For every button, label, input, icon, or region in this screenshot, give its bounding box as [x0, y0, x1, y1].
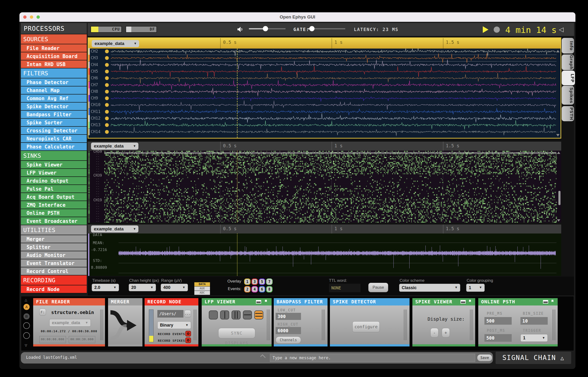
- sidebar-item-crossing-detector[interactable]: Crossing Detector: [21, 127, 87, 135]
- overlay-event-button-2[interactable]: 2: [244, 286, 250, 293]
- sidebar-item-event-translator[interactable]: Event Translator: [21, 259, 87, 267]
- scroll-up-icon[interactable]: [556, 50, 560, 52]
- sidebar-item-file-reader[interactable]: File Reader: [21, 44, 87, 52]
- file-select-button[interactable]: F:: [39, 308, 46, 316]
- configure-button[interactable]: configure: [352, 321, 380, 332]
- layout-3col-button[interactable]: [232, 310, 241, 319]
- viewport-tab-spikes[interactable]: Spikes: [562, 86, 574, 105]
- trigger-dropdown[interactable]: 1 ▼: [520, 334, 548, 342]
- sidebar-item-record-control[interactable]: Record Control: [21, 267, 87, 275]
- sidebar-item-spike-detector[interactable]: Spike Detector: [21, 103, 87, 111]
- processor-title[interactable]: MERGER: [108, 298, 142, 306]
- channel-enable-button[interactable]: [105, 90, 109, 94]
- channel-enable-button[interactable]: [105, 96, 109, 100]
- overlay-event-button-4[interactable]: 4: [251, 286, 258, 293]
- viewport-tab-lfp[interactable]: LFP: [562, 71, 575, 85]
- low-cut-field[interactable]: 300: [276, 313, 301, 320]
- signal-chain-toggle[interactable]: SIGNAL CHAIN △: [496, 352, 571, 364]
- sidebar-item-phase-calculator[interactable]: Phase Calculator: [21, 143, 87, 151]
- volume-slider-thumb[interactable]: [263, 26, 268, 31]
- signal-chain-b-button[interactable]: B: [24, 313, 30, 319]
- sidebar-item-bandpass-filter[interactable]: Bandpass Filter: [21, 111, 87, 119]
- record-button[interactable]: [494, 26, 500, 33]
- record-spikes-toggle[interactable]: [185, 337, 191, 343]
- channel-enable-button[interactable]: [105, 63, 109, 67]
- stream-selector[interactable]: example_data ▼: [92, 40, 139, 47]
- lfp-display-1[interactable]: example_data ▼ 0.5 s1 s1.5 s CH59CH39CH1…: [88, 141, 561, 223]
- processor-online-psth[interactable]: ONLINE PSTH PRE_MS 500 BIN_SIZE 10 POST_…: [478, 298, 558, 346]
- sidebar-item-audio-monitor[interactable]: Audio Monitor: [21, 251, 87, 259]
- processor-spike-detector[interactable]: SPIKE DETECTOR configure: [330, 298, 410, 346]
- sidebar-item-spike-viewer[interactable]: Spike Viewer: [21, 161, 87, 169]
- timebase-dropdown[interactable]: 2.0 ▼: [92, 284, 119, 291]
- sidebar-item-intan-rhd-usb[interactable]: Intan RHD USB: [21, 60, 87, 69]
- viewport-tab-info[interactable]: Info: [562, 38, 574, 54]
- channel-enable-button[interactable]: [105, 49, 109, 53]
- signal-chain-empty-slot[interactable]: [23, 332, 30, 339]
- high-cut-field[interactable]: 6000: [276, 327, 301, 334]
- processor-title[interactable]: BANDPASS FILTER: [274, 298, 328, 306]
- sidebar-item-phase-detector[interactable]: Phase Detector: [21, 78, 87, 86]
- record-path-field[interactable]: /Users/: [157, 310, 184, 318]
- overlay-event-button-5[interactable]: 5: [259, 279, 265, 285]
- sidebar-item-lfp-viewer[interactable]: LFP Viewer: [21, 169, 87, 177]
- open-window-icon[interactable]: [461, 300, 466, 304]
- channel-enable-button[interactable]: [105, 110, 109, 114]
- browse-path-button[interactable]: ...: [184, 310, 191, 318]
- sidebar-item-merger[interactable]: Merger: [21, 235, 87, 243]
- lfp-display-0[interactable]: example_data ▼ 0.5 s1 s1.5 s CH2CH3CH4CH…: [88, 37, 561, 139]
- sidebar-item-channel-map[interactable]: Channel Map: [21, 86, 87, 94]
- sidebar-item-zmq-interface[interactable]: ZMQ Interface: [21, 201, 87, 209]
- processor-bandpass-filter[interactable]: BANDPASS FILTER LOW_CUT 300 HIGH_CUT 600…: [274, 298, 328, 346]
- drag-handle[interactable]: [267, 309, 270, 340]
- lfp-display-1-body[interactable]: CH59CH39CH19----------------------------…: [88, 151, 561, 223]
- sidebar-item-event-broadcaster[interactable]: Event Broadcaster: [21, 217, 87, 225]
- channels-button[interactable]: Channels: [276, 337, 301, 344]
- post-ms-field[interactable]: 500: [484, 334, 512, 342]
- layout-2row-button[interactable]: [243, 310, 252, 319]
- drag-handle[interactable]: [100, 309, 103, 340]
- pre-ms-field[interactable]: 500: [484, 317, 512, 325]
- chan-height-dropdown[interactable]: 20 ▼: [129, 284, 156, 291]
- lfp-display-2-body[interactable]: DATA MEAN: -0.7216 STD: 8.80809: [88, 234, 561, 276]
- lfp-display-2[interactable]: example_data ▼ 0.5 s1 s1.5 s DATA MEAN: …: [88, 224, 561, 276]
- record-events-toggle[interactable]: [185, 331, 191, 337]
- channel-enable-button[interactable]: [105, 130, 109, 134]
- data-type-button[interactable]: DATA: [194, 282, 210, 286]
- processor-spike-viewer[interactable]: SPIKE VIEWER Display size: - +: [412, 298, 475, 346]
- signal-chain-a-button[interactable]: A: [24, 304, 30, 310]
- chevron-down-icon[interactable]: ▽: [25, 343, 27, 348]
- drag-handle[interactable]: [470, 309, 473, 340]
- stream-dropdown[interactable]: example_data ▼: [49, 319, 91, 327]
- gate-slider-thumb[interactable]: [309, 26, 315, 31]
- overlay-event-button-1[interactable]: 1: [244, 279, 250, 285]
- sidebar-item-online-psth[interactable]: Online PSTH: [21, 209, 87, 217]
- color-grouping-dropdown[interactable]: 1 ▼: [466, 284, 485, 292]
- processor-title[interactable]: SPIKE DETECTOR: [330, 298, 410, 306]
- processor-record-node[interactable]: RECORD NODE /Users/ ... Binary ▼ RECORD …: [145, 298, 198, 346]
- sidebar-item-pulse-pal[interactable]: Pulse Pal: [21, 185, 87, 193]
- sync-displays-button[interactable]: SYNC DISPLAYS: [218, 328, 255, 338]
- layout-2col-button[interactable]: [220, 310, 229, 319]
- sidebar-item-neuropixels-car[interactable]: Neuropixels CAR: [21, 135, 87, 143]
- layout-3row-button[interactable]: [254, 310, 263, 319]
- processor-title[interactable]: RECORD NODE: [145, 298, 198, 306]
- drag-handle[interactable]: [404, 309, 407, 340]
- channel-enable-button[interactable]: [105, 83, 109, 87]
- bin-size-field[interactable]: 10: [520, 317, 548, 325]
- pause-button[interactable]: Pause: [368, 283, 388, 292]
- channel-enable-button[interactable]: [105, 117, 109, 120]
- scroll-up-icon[interactable]: [557, 152, 560, 154]
- overlay-event-button-8[interactable]: 8: [266, 286, 272, 293]
- viewport-tab-psth[interactable]: PSTH: [562, 106, 574, 121]
- processor-title[interactable]: SPIKE VIEWER: [412, 298, 475, 306]
- lfp-display-0-body[interactable]: CH2CH3CH4CH5CH6CH7CH8CH9CH10CH11CH12CH13…: [88, 48, 561, 138]
- stream-selector[interactable]: example_data ▼: [91, 225, 138, 233]
- adc-type-button[interactable]: ADC: [194, 291, 210, 295]
- aux-type-button[interactable]: AUX: [194, 286, 210, 291]
- overlay-event-button-6[interactable]: 6: [259, 286, 265, 293]
- increase-size-button[interactable]: +: [442, 328, 450, 337]
- play-button[interactable]: [483, 26, 489, 33]
- sidebar-item-acquisition-board[interactable]: Acquisition Board: [21, 52, 87, 60]
- viewport-tab-graph[interactable]: Graph: [562, 54, 574, 70]
